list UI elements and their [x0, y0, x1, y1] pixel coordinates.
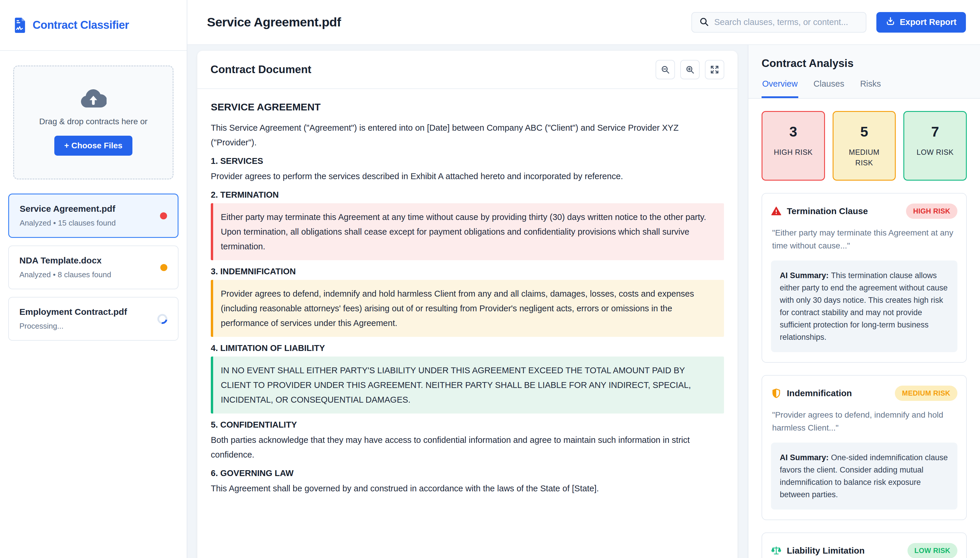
- section-text: Provider agrees to perform the services …: [211, 169, 724, 184]
- contract-section: 4. LIMITATION OF LIABILITY IN NO EVENT S…: [211, 343, 724, 414]
- zoom-out-button[interactable]: [656, 60, 675, 79]
- analysis-title: Contract Analysis: [762, 57, 967, 70]
- clause-title: Termination Clause: [787, 206, 868, 216]
- file-status-indicator-icon: [160, 264, 167, 271]
- contract-section: 1. SERVICES Provider agrees to perform t…: [211, 156, 724, 184]
- ai-summary-text: This termination clause allows either pa…: [780, 271, 948, 341]
- section-heading: 4. LIMITATION OF LIABILITY: [211, 343, 724, 353]
- section-heading: 2. TERMINATION: [211, 190, 724, 200]
- scales-icon: [771, 545, 782, 556]
- contract-intro: This Service Agreement ("Agreement") is …: [211, 120, 724, 150]
- risk-badge: MEDIUM RISK: [895, 386, 957, 401]
- export-report-label: Export Report: [900, 17, 957, 27]
- document-area: Contract Document: [187, 45, 748, 558]
- file-name: NDA Template.docx: [20, 256, 160, 266]
- file-status: Processing...: [20, 322, 157, 331]
- file-name: Service Agreement.pdf: [20, 204, 160, 214]
- risk-label: LOW RISK: [907, 147, 963, 158]
- ai-summary-label: AI Summary:: [780, 453, 829, 462]
- topbar: Service Agreement.pdf Export Report: [187, 0, 980, 45]
- risk-count-card: 3 HIGH RISK: [762, 111, 825, 181]
- analysis-tabs: OverviewClausesRisks: [762, 79, 967, 98]
- search-box: [692, 12, 866, 33]
- section-heading: 6. GOVERNING LAW: [211, 468, 724, 478]
- clause-quote: "Either party may terminate this Agreeme…: [772, 226, 956, 252]
- app-logo: Contract Classifier: [0, 0, 187, 51]
- risk-summary-row: 3 HIGH RISK 5 MEDIUM RISK 7 LOW RISK: [762, 111, 967, 181]
- file-status: Analyzed • 8 clauses found: [20, 270, 160, 279]
- risk-badge: HIGH RISK: [906, 204, 957, 219]
- analysis-tab[interactable]: Risks: [860, 79, 882, 98]
- zoom-in-button[interactable]: [680, 60, 700, 79]
- export-report-button[interactable]: Export Report: [876, 12, 966, 33]
- analysis-panel: Contract Analysis OverviewClausesRisks 3…: [748, 45, 980, 558]
- risk-count: 3: [765, 124, 821, 140]
- analysis-tab[interactable]: Clauses: [813, 79, 845, 98]
- search-input[interactable]: [714, 17, 859, 27]
- choose-files-button[interactable]: + Choose Files: [54, 136, 133, 156]
- upload-dropzone[interactable]: Drag & drop contracts here or + Choose F…: [13, 66, 174, 179]
- file-list: Service Agreement.pdf Analyzed • 15 clau…: [8, 194, 179, 341]
- section-text: Provider agrees to defend, indemnify and…: [211, 280, 724, 337]
- contract-section: 2. TERMINATION Either party may terminat…: [211, 190, 724, 260]
- file-list-item[interactable]: Employment Contract.pdf Processing...: [8, 297, 179, 341]
- risk-count-card: 7 LOW RISK: [903, 111, 967, 181]
- ai-summary-label: AI Summary:: [780, 271, 829, 280]
- file-list-item[interactable]: NDA Template.docx Analyzed • 8 clauses f…: [8, 246, 179, 289]
- section-heading: 5. CONFIDENTIALITY: [211, 420, 724, 430]
- file-name: Employment Contract.pdf: [20, 307, 157, 317]
- panel-title: Contract Document: [210, 64, 311, 76]
- contract-section: 5. CONFIDENTIALITY Both parties acknowle…: [211, 420, 724, 462]
- fullscreen-button[interactable]: [705, 60, 724, 79]
- page-title: Service Agreement.pdf: [207, 15, 341, 30]
- sidebar: Contract Classifier Drag & drop contract…: [0, 0, 187, 558]
- file-status: Analyzed • 15 clauses found: [20, 218, 160, 228]
- clause-title: Indemnification: [787, 388, 852, 398]
- contract-document-icon: [13, 17, 27, 33]
- ai-summary: AI Summary:One-sided indemnification cla…: [771, 443, 957, 510]
- search-icon: [699, 17, 709, 28]
- ai-summary: AI Summary:This termination clause allow…: [771, 261, 957, 352]
- contract-section: 3. INDEMNIFICATION Provider agrees to de…: [211, 267, 724, 337]
- app-title: Contract Classifier: [33, 19, 129, 31]
- clause-card[interactable]: Indemnification MEDIUM RISK "Provider ag…: [762, 375, 967, 520]
- clause-card[interactable]: Liability Limitation LOW RISK "IN NO EVE…: [762, 532, 967, 558]
- clause-card[interactable]: Termination Clause HIGH RISK "Either par…: [762, 193, 967, 363]
- clause-quote: "Provider agrees to defend, indemnify an…: [772, 409, 956, 434]
- contract-heading: SERVICE AGREEMENT: [211, 101, 724, 113]
- warning-triangle-icon: [771, 206, 782, 217]
- clause-title: Liability Limitation: [787, 546, 865, 556]
- analysis-tab[interactable]: Overview: [762, 79, 798, 98]
- shield-icon: [771, 388, 782, 399]
- contract-document-panel: Contract Document: [197, 51, 737, 558]
- section-heading: 1. SERVICES: [211, 156, 724, 166]
- file-list-item[interactable]: Service Agreement.pdf Analyzed • 15 clau…: [8, 194, 179, 238]
- risk-badge: LOW RISK: [908, 543, 957, 558]
- section-text: Both parties acknowledge that they may h…: [211, 433, 724, 462]
- file-status-indicator-icon: [160, 212, 167, 219]
- main-column: Service Agreement.pdf Export Report: [187, 0, 980, 558]
- section-text: Either party may terminate this Agreemen…: [211, 203, 724, 260]
- risk-label: MEDIUM RISK: [836, 147, 892, 168]
- document-text: SERVICE AGREEMENT This Service Agreement…: [197, 89, 737, 508]
- file-status-indicator-icon: [155, 312, 169, 326]
- contract-section: 6. GOVERNING LAW This Agreement shall be…: [211, 468, 724, 496]
- section-text: This Agreement shall be governed by and …: [211, 481, 724, 496]
- risk-count-card: 5 MEDIUM RISK: [833, 111, 896, 181]
- risk-label: HIGH RISK: [765, 147, 821, 158]
- upload-hint: Drag & drop contracts here or: [39, 117, 147, 126]
- section-heading: 3. INDEMNIFICATION: [211, 267, 724, 276]
- risk-count: 7: [907, 124, 963, 140]
- risk-count: 5: [836, 124, 892, 140]
- section-text: IN NO EVENT SHALL EITHER PARTY'S LIABILI…: [211, 356, 724, 414]
- download-icon: [886, 16, 895, 28]
- cloud-upload-icon: [80, 89, 107, 108]
